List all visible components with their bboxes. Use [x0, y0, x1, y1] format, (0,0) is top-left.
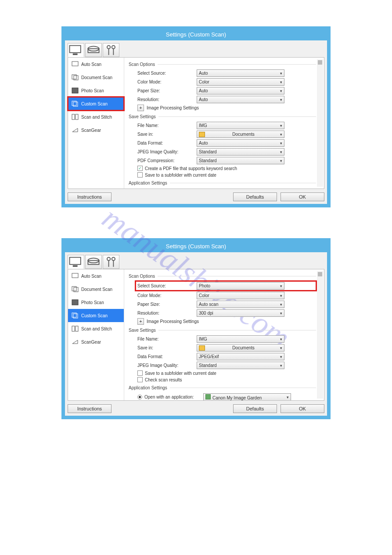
window-title: Settings (Custom Scan) — [65, 30, 327, 40]
save-in-label: Save in: — [137, 132, 197, 137]
sidebar-item-custom-scan[interactable]: Custom Scan — [68, 97, 124, 110]
scan-options-group: Scan Options Select Source:Photo▾ Color … — [129, 274, 316, 326]
select-source-label: Select Source: — [137, 283, 197, 288]
svg-rect-30 — [72, 326, 75, 331]
svg-rect-31 — [76, 326, 78, 331]
subfolder-date-checkbox[interactable] — [137, 172, 143, 178]
sidebar-item-custom-scan[interactable]: Custom Scan — [68, 309, 124, 322]
select-source-dropdown[interactable]: Photo▾ — [197, 282, 284, 290]
sidebar-item-document-scan[interactable]: Document Scan — [68, 71, 124, 84]
check-scan-results-checkbox[interactable] — [137, 377, 143, 382]
svg-rect-16 — [70, 257, 81, 264]
chevron-down-icon: ▾ — [280, 355, 282, 359]
content-pane: Scan Options Select Source:Auto▾ Color M… — [124, 58, 324, 189]
jpeg-quality-dropdown[interactable]: Standard▾ — [197, 362, 284, 369]
open-with-application-label: Open with an application: — [144, 395, 201, 399]
scrollbar[interactable] — [317, 271, 323, 399]
sidebar-item-scangear[interactable]: ScanGear — [68, 335, 124, 348]
subfolder-date-label: Save to a subfolder with current date — [145, 173, 216, 178]
sidebar-item-label: Scan and Stitch — [81, 326, 112, 331]
sidebar-item-label: Auto Scan — [81, 62, 101, 67]
tab-general-settings[interactable] — [103, 255, 119, 269]
paper-size-dropdown[interactable]: Auto▾ — [197, 87, 284, 94]
save-settings-group: Save Settings File Name:IMG▾ Save in:Doc… — [129, 328, 316, 384]
tab-scan-from-panel[interactable] — [85, 43, 102, 57]
tab-scan-from-computer[interactable] — [68, 43, 84, 57]
jpeg-quality-label: JPEG Image Quality: — [137, 363, 197, 368]
color-mode-dropdown[interactable]: Color▾ — [197, 292, 284, 299]
chevron-down-icon: ▾ — [280, 159, 282, 163]
top-tabs — [65, 252, 327, 269]
svg-rect-14 — [72, 114, 75, 120]
sidebar-item-auto-scan[interactable]: Auto Scan — [68, 58, 124, 71]
sidebar-item-label: Photo Scan — [81, 88, 104, 93]
chevron-down-icon: ▾ — [280, 141, 282, 145]
instructions-button[interactable]: Instructions — [68, 404, 111, 413]
sidebar-item-scangear[interactable]: ScanGear — [68, 123, 124, 137]
chevron-down-icon: ▾ — [280, 71, 282, 76]
data-format-label: Data Format: — [137, 141, 197, 145]
open-with-application-radio[interactable] — [137, 395, 142, 399]
sidebar-item-document-scan[interactable]: Document Scan — [68, 283, 124, 296]
svg-rect-11 — [72, 88, 78, 93]
sidebar-item-scan-and-stitch[interactable]: Scan and Stitch — [68, 110, 124, 123]
app-icon — [205, 394, 211, 399]
tab-scan-from-computer[interactable] — [68, 255, 84, 269]
svg-rect-27 — [72, 300, 78, 305]
svg-rect-0 — [70, 45, 81, 52]
color-mode-label: Color Mode: — [137, 293, 197, 298]
application-settings-legend: Application Settings — [129, 181, 170, 185]
paper-size-dropdown[interactable]: Auto scan▾ — [197, 301, 284, 308]
select-source-dropdown[interactable]: Auto▾ — [197, 69, 284, 77]
sidebar-item-auto-scan[interactable]: Auto Scan — [68, 269, 124, 283]
pdf-keyword-checkbox[interactable]: ✓ — [137, 166, 143, 171]
chevron-down-icon: ▾ — [280, 302, 282, 307]
scrollbar-thumb[interactable] — [318, 272, 322, 276]
scrollbar[interactable] — [317, 59, 323, 187]
tab-general-settings[interactable] — [103, 43, 119, 57]
data-format-label: Data Format: — [137, 354, 197, 359]
file-name-label: File Name: — [137, 337, 197, 341]
tab-scan-from-panel[interactable] — [85, 255, 102, 269]
save-in-dropdown[interactable]: Documents▾ — [197, 131, 284, 138]
scrollbar-thumb[interactable] — [318, 60, 322, 65]
file-name-field[interactable]: IMG▾ — [197, 122, 284, 129]
paper-size-label: Paper Size: — [137, 302, 197, 307]
window-title: Settings (Custom Scan) — [65, 242, 327, 252]
scan-options-legend: Scan Options — [129, 62, 158, 67]
image-processing-label: Image Processing Settings — [147, 105, 199, 110]
scan-options-legend: Scan Options — [129, 274, 158, 279]
ok-button[interactable]: OK — [281, 404, 324, 413]
defaults-button[interactable]: Defaults — [233, 192, 277, 201]
svg-rect-15 — [76, 114, 78, 120]
defaults-button[interactable]: Defaults — [233, 404, 277, 413]
expand-image-processing-button[interactable]: + — [137, 105, 144, 111]
chevron-down-icon: ▾ — [280, 311, 282, 316]
sidebar-item-photo-scan[interactable]: Photo Scan — [68, 84, 124, 97]
resolution-dropdown[interactable]: Auto▾ — [197, 96, 284, 103]
jpeg-quality-dropdown[interactable]: Standard▾ — [197, 148, 284, 156]
ok-button[interactable]: OK — [281, 192, 324, 201]
chevron-down-icon: ▾ — [280, 89, 282, 93]
subfolder-date-checkbox[interactable] — [137, 370, 143, 376]
sidebar-item-photo-scan[interactable]: Photo Scan — [68, 296, 124, 309]
resolution-label: Resolution: — [137, 311, 197, 316]
jpeg-quality-label: JPEG Image Quality: — [137, 149, 197, 154]
sidebar-item-label: Document Scan — [81, 287, 112, 292]
sidebar-item-scan-and-stitch[interactable]: Scan and Stitch — [68, 322, 124, 335]
svg-point-4 — [107, 45, 110, 48]
resolution-dropdown[interactable]: 300 dpi▾ — [197, 309, 284, 317]
expand-image-processing-button[interactable]: + — [137, 318, 144, 325]
svg-point-6 — [112, 45, 115, 48]
data-format-dropdown[interactable]: JPEG/Exif▾ — [197, 353, 284, 360]
instructions-button[interactable]: Instructions — [68, 192, 111, 201]
settings-window-1: Settings (Custom Scan) Auto Scan Documen… — [61, 26, 331, 207]
file-name-label: File Name: — [137, 123, 197, 128]
data-format-dropdown[interactable]: Auto▾ — [197, 139, 284, 147]
select-source-label: Select Source: — [137, 71, 197, 76]
color-mode-dropdown[interactable]: Color▾ — [197, 78, 284, 86]
pdf-compression-dropdown[interactable]: Standard▾ — [197, 157, 284, 164]
file-name-field[interactable]: IMG▾ — [197, 335, 284, 343]
save-in-dropdown[interactable]: Documents▾ — [197, 344, 284, 352]
open-with-application-dropdown[interactable]: Canon My Image Garden▾ — [203, 393, 291, 400]
